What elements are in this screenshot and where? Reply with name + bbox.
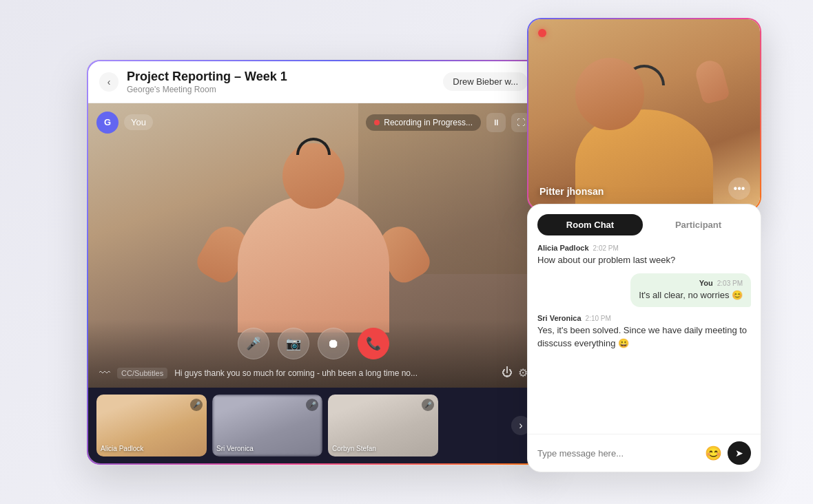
chat-tabs: Room Chat Participant (528, 204, 761, 235)
scene: ‹ Project Reporting – Week 1 George's Me… (45, 18, 768, 486)
you-label: You (124, 114, 153, 130)
video-controls-bottom: 🎤 📷 ⏺ 📞 〰 CC/Subtitles Hi guys thank you… (88, 319, 539, 388)
message-3: Sri Veronica 2:10 PM Yes, it's been solv… (537, 314, 751, 349)
thumb-name-3: Corbyn Stefan (332, 445, 376, 452)
thumbnail-3[interactable]: 🎤 Corbyn Stefan (328, 395, 438, 456)
msg-sender-3: Sri Veronica (537, 314, 582, 322)
recording-badge: Recording in Progress... (366, 114, 481, 131)
recording-dot-icon (374, 120, 380, 125)
meeting-title-block: Project Reporting – Week 1 George's Meet… (127, 70, 443, 94)
header-right: Drew Bieber w... (443, 72, 528, 91)
camera-button[interactable]: 📷 (278, 328, 309, 359)
recording-label: Recording in Progress... (384, 118, 473, 127)
user-avatar: G (96, 112, 119, 134)
chat-input[interactable] (537, 448, 699, 459)
msg-time-3: 2:10 PM (586, 315, 611, 322)
msg-sender-1: Alicia Padlock (537, 244, 589, 252)
person-body (238, 195, 389, 333)
msg-time-1: 2:02 PM (593, 244, 619, 252)
meeting-title: Project Reporting – Week 1 (127, 70, 443, 85)
end-call-button[interactable]: 📞 (358, 328, 389, 359)
controls-row: 🎤 📷 ⏺ 📞 (99, 328, 528, 359)
settings-icons: ⏻ ⚙ (502, 366, 528, 379)
thumb-mic-off-2: 🎤 (306, 399, 318, 411)
msg-text-3: Yes, it's been solved. Since we have dai… (537, 324, 751, 349)
cc-badge[interactable]: CC/Subtitles (117, 368, 167, 379)
msg-text-1: How about our problem last week? (537, 254, 751, 266)
record-button[interactable]: ⏺ (318, 328, 349, 359)
thumb-name-1: Alicia Padlock (101, 445, 143, 452)
mic-button[interactable]: 🎤 (238, 328, 269, 359)
thumbnail-1[interactable]: 🎤 Alicia Padlock (96, 395, 207, 456)
video-overlay-top: G You Recording in Progress... ⏸ ⛶ (96, 112, 531, 134)
participant-badge[interactable]: Drew Bieber w... (443, 72, 528, 91)
back-button[interactable]: ‹ (99, 72, 119, 92)
video-call-window: Pitter jhonsan ••• (527, 18, 761, 211)
vcw-person-head (575, 58, 644, 130)
tab-room-chat[interactable]: Room Chat (537, 214, 643, 235)
vcw-inner: Pitter jhonsan ••• (528, 19, 760, 209)
main-person-video (224, 129, 403, 336)
vcw-person-container (528, 19, 760, 209)
chat-panel: Room Chat Participant Alicia Padlock 2:0… (527, 204, 761, 472)
vcw-recording-dot (538, 29, 546, 37)
msg-text-2: It's all clear, no worries 😊 (639, 289, 743, 302)
meeting-header: ‹ Project Reporting – Week 1 George's Me… (88, 61, 539, 103)
msg-sender-2: You (699, 279, 713, 287)
chat-messages: Alicia Padlock 2:02 PM How about our pro… (528, 235, 761, 434)
main-video-area: G You Recording in Progress... ⏸ ⛶ (88, 103, 539, 388)
chat-input-area: 😊 ➤ (528, 434, 761, 472)
headphone-arc (296, 138, 331, 155)
pause-button[interactable]: ⏸ (486, 113, 506, 132)
subtitle-row: 〰 CC/Subtitles Hi guys thank you so much… (99, 366, 528, 379)
msg-bubble-2: You 2:03 PM It's all clear, no worries 😊 (630, 273, 751, 307)
msg-meta-2: You 2:03 PM (639, 279, 743, 287)
thumb-mic-off-1: 🎤 (190, 399, 203, 411)
waveform-icon: 〰 (99, 367, 110, 379)
msg-meta-3: Sri Veronica 2:10 PM (537, 314, 751, 322)
main-video-background: G You Recording in Progress... ⏸ ⛶ (88, 103, 539, 388)
thumbnail-strip: 🎤 Alicia Padlock 🎤 Sri Veronica 🎤 Corbyn… (88, 388, 539, 463)
thumb-name-2: Sri Veronica (216, 445, 254, 452)
emoji-button[interactable]: 😊 (705, 445, 722, 461)
tab-participant[interactable]: Participant (646, 214, 751, 235)
meeting-subtitle: George's Meeting Room (127, 85, 443, 94)
msg-time-2: 2:03 PM (717, 280, 743, 287)
main-meeting-window: ‹ Project Reporting – Week 1 George's Me… (86, 59, 541, 465)
vcw-more-button[interactable]: ••• (728, 178, 750, 200)
message-1: Alicia Padlock 2:02 PM How about our pro… (537, 244, 751, 266)
subtitle-text: Hi guys thank you so much for coming - u… (174, 368, 495, 378)
vcw-person-art (575, 37, 713, 211)
send-button[interactable]: ➤ (728, 441, 751, 465)
person-head (282, 143, 344, 209)
settings-icon[interactable]: ⚙ (518, 366, 528, 379)
user-badge: G You (96, 112, 153, 134)
msg-meta-1: Alicia Padlock 2:02 PM (537, 244, 751, 252)
power-icon[interactable]: ⏻ (502, 366, 513, 379)
vcw-person-name: Pitter jhonsan (539, 186, 604, 197)
message-2: You 2:03 PM It's all clear, no worries 😊 (537, 273, 751, 307)
thumbnail-2[interactable]: 🎤 Sri Veronica (212, 395, 322, 456)
thumb-mic-off-3: 🎤 (422, 399, 434, 411)
